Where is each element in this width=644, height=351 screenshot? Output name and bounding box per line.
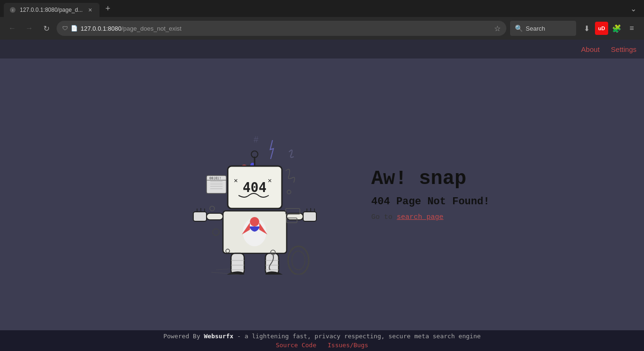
go-to-text: Go to search page [372,213,490,221]
svg-point-13 [250,217,259,226]
page-icon: 📄 [71,25,78,32]
error-text-block: Aw! snap 404 Page Not Found! Go to searc… [372,167,490,221]
robot-illustration: # 404 ✕ ✕ [155,109,334,279]
svg-point-10 [251,151,258,158]
back-button[interactable]: ← [6,22,19,35]
active-tab[interactable]: i 127.0.0.1:8080/page_d... × [4,3,99,17]
footer: Powered By Websurfx - a lightening fast,… [0,330,644,351]
security-icon: 🛡 [62,25,68,32]
search-label: Search [526,25,545,32]
svg-point-51 [287,190,291,194]
footer-powered-by: Powered By Websurfx - a lightening fast,… [163,333,480,340]
browser-chrome: i 127.0.0.1:8080/page_d... × + ⌄ ← → ↻ 🛡… [0,0,644,40]
settings-nav-link[interactable]: Settings [611,45,636,53]
svg-rect-15 [193,212,206,221]
extensions-button[interactable]: 🧩 [610,22,623,35]
tab-overflow-button[interactable]: ⌄ [627,4,640,13]
svg-point-46 [288,246,309,275]
svg-rect-14 [206,213,223,220]
url-host: 127.0.0.1:8080 [81,25,122,32]
svg-text:#: # [254,135,258,144]
main-content: # 404 ✕ ✕ [0,58,644,330]
svg-point-52 [210,206,215,211]
svg-rect-29 [265,253,279,275]
new-tab-button[interactable]: + [101,1,114,16]
issues-bugs-link[interactable]: Issues/Bugs [328,342,368,349]
svg-text:404: 404 [242,180,266,195]
search-icon: 🔍 [515,25,523,32]
address-bar[interactable]: 🛡 📄 127.0.0.1:8080/page_does_not_exist ☆ [57,21,506,36]
tab-title: 127.0.0.1:8080/page_d... [20,7,83,13]
error-headline: Aw! snap [372,167,490,190]
tab-bar: i 127.0.0.1:8080/page_d... × + ⌄ [0,0,644,17]
svg-rect-24 [231,253,244,275]
source-code-link[interactable]: Source Code [276,342,316,349]
download-button[interactable]: ⬇ [580,22,593,35]
svg-text:✕: ✕ [268,176,272,184]
app-nav: About Settings [0,40,644,58]
go-to-prefix: Go to [372,213,397,221]
footer-links: Source Code Issues/Bugs [276,342,368,349]
footer-brand: Websurfx [204,333,234,340]
url-display: 127.0.0.1:8080/page_does_not_exist [81,25,491,32]
svg-point-47 [292,251,305,270]
nav-actions: ⬇ uD 🧩 ≡ [580,22,638,35]
menu-button[interactable]: ≡ [625,22,638,35]
tab-favicon-icon: i [9,7,16,13]
footer-suffix: - a lightening fast, privacy respecting,… [233,333,480,340]
search-bar[interactable]: 🔍 Search [510,21,576,36]
robot-svg: # 404 ✕ ✕ [164,114,324,275]
error-subheading: 404 Page Not Found! [372,196,490,208]
url-path: /page_does_not_exist [122,25,182,32]
svg-point-42 [213,229,219,235]
nav-bar: ← → ↻ 🛡 📄 127.0.0.1:8080/page_does_not_e… [0,17,644,40]
search-page-link[interactable]: search page [397,213,444,221]
footer-prefix: Powered By [163,333,204,340]
ublock-button[interactable]: uD [595,22,608,35]
svg-rect-20 [303,212,316,221]
svg-text:00(0)!: 00(0)! [209,176,221,180]
ublock-label: uD [598,25,605,31]
about-nav-link[interactable]: About [581,45,600,53]
svg-text:✕: ✕ [234,176,238,184]
svg-line-50 [216,269,230,270]
refresh-button[interactable]: ↻ [40,22,53,35]
bookmark-button[interactable]: ☆ [494,24,501,33]
forward-button[interactable]: → [23,22,36,35]
tab-close-button[interactable]: × [86,6,94,14]
